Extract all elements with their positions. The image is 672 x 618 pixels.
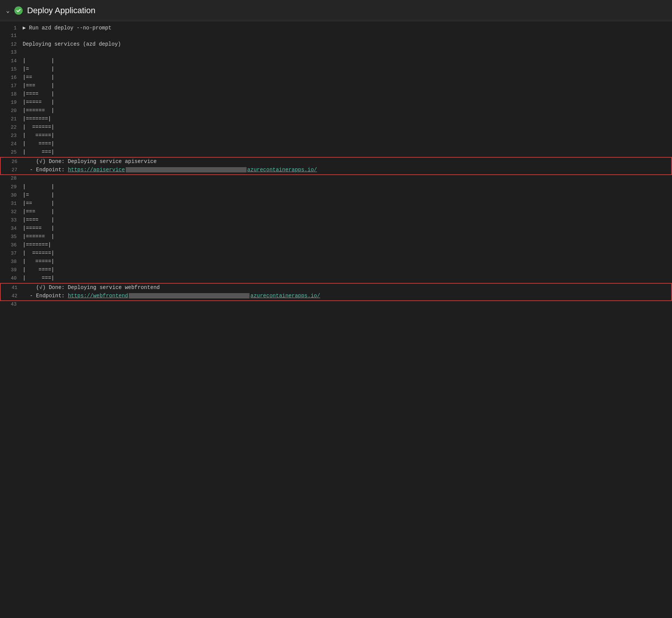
line-content-text: |=== | — [23, 83, 54, 89]
code-output: 1▶ Run azd deploy --no-prompt1112Deployi… — [0, 21, 672, 312]
header-bar: ⌄ Deploy Application — [0, 0, 672, 21]
code-line: 19|===== | — [0, 99, 672, 107]
endpoint-prefix: - Endpoint: — [23, 167, 68, 173]
line-content-text: |== | — [23, 200, 54, 206]
line-content-text: |=== | — [23, 209, 54, 215]
line-number: 38 — [0, 259, 23, 264]
line-number: 16 — [0, 75, 23, 80]
code-line: 13 — [0, 49, 672, 57]
line-content-text: |====== | — [23, 234, 54, 240]
code-line: 41 (√) Done: Deploying service webfronte… — [1, 284, 671, 292]
code-line: 20|====== | — [0, 107, 672, 115]
endpoint-redacted — [126, 167, 247, 172]
line-content-text: Deploying services (azd deploy) — [23, 41, 121, 47]
highlighted-group-1: 41 (√) Done: Deploying service webfronte… — [0, 283, 672, 301]
code-line: 14| | — [0, 57, 672, 66]
line-number: 22 — [0, 125, 23, 130]
endpoint-url-suffix[interactable]: azurecontainerapps.io/ — [250, 293, 320, 299]
line-number: 14 — [0, 58, 23, 64]
code-line: 25| ===| — [0, 149, 672, 157]
code-line: 22| ======| — [0, 124, 672, 132]
code-line: 23| =====| — [0, 132, 672, 140]
line-content-text: | ===| — [23, 149, 54, 155]
line-content-text: |=======| — [23, 242, 51, 248]
line-content-text: | =====| — [23, 132, 54, 138]
endpoint-url-suffix[interactable]: azurecontainerapps.io/ — [247, 167, 317, 173]
line-number: 25 — [0, 149, 23, 155]
chevron-down-icon[interactable]: ⌄ — [6, 7, 10, 14]
endpoint-prefix: - Endpoint: — [23, 293, 68, 299]
line-number: 1 — [0, 25, 23, 31]
line-number: 33 — [0, 217, 23, 223]
line-content-text: | ===| — [23, 275, 54, 281]
line-number: 29 — [0, 184, 23, 190]
line-number: 20 — [0, 108, 23, 114]
endpoint-url-start[interactable]: https://webfrontend — [68, 293, 128, 299]
line-content-text: |== | — [23, 74, 54, 80]
endpoint-line: - Endpoint: https://webfrontendazurecont… — [23, 293, 320, 299]
line-content-text: | ====| — [23, 141, 54, 147]
code-line: 35|====== | — [0, 233, 672, 241]
endpoint-redacted — [129, 293, 250, 298]
code-line: 36|=======| — [0, 241, 672, 250]
line-number: 43 — [0, 301, 23, 307]
line-content-text: |===== | — [23, 225, 54, 231]
code-line: 21|=======| — [0, 115, 672, 124]
endpoint-url-start[interactable]: https://apiservice — [68, 167, 125, 173]
app-container: ⌄ Deploy Application 1▶ Run azd deploy -… — [0, 0, 672, 312]
line-content-text: |===== | — [23, 99, 54, 105]
line-number: 13 — [0, 49, 23, 55]
line-number: 17 — [0, 83, 23, 89]
line-content-text: |====== | — [23, 108, 54, 114]
code-line: 40| ===| — [0, 275, 672, 283]
code-line: 18|==== | — [0, 91, 672, 99]
line-number: 26 — [1, 159, 23, 164]
code-line: 15|= | — [0, 66, 672, 74]
line-number: 35 — [0, 234, 23, 240]
line-number: 31 — [0, 201, 23, 206]
code-line: 1▶ Run azd deploy --no-prompt — [0, 24, 672, 32]
code-line: 43 — [0, 301, 672, 309]
line-number: 36 — [0, 242, 23, 248]
line-content-text: | | — [23, 58, 54, 64]
highlighted-group-0: 26 (√) Done: Deploying service apiservic… — [0, 157, 672, 175]
code-line: 27 - Endpoint: https://apiserviceazureco… — [1, 166, 671, 174]
line-number: 24 — [0, 141, 23, 147]
line-number: 34 — [0, 226, 23, 231]
code-line: 24| ====| — [0, 140, 672, 149]
code-line: 34|===== | — [0, 225, 672, 233]
line-content-text: ▶ Run azd deploy --no-prompt — [23, 25, 111, 31]
line-number: 15 — [0, 66, 23, 72]
code-line: 28 — [0, 175, 672, 183]
code-line: 30|= | — [0, 192, 672, 200]
code-line: 11 — [0, 32, 672, 41]
code-line: 37| ======| — [0, 250, 672, 258]
line-number: 28 — [0, 175, 23, 181]
line-number: 39 — [0, 267, 23, 273]
line-content-text: | ====| — [23, 267, 54, 273]
line-content-text: | ======| — [23, 124, 54, 130]
line-number: 41 — [1, 285, 23, 291]
line-number: 19 — [0, 100, 23, 105]
success-check-icon — [14, 6, 23, 15]
line-number: 42 — [1, 293, 23, 299]
code-line: 29| | — [0, 183, 672, 192]
line-content-text: |=======| — [23, 116, 51, 122]
line-number: 32 — [0, 209, 23, 215]
line-content-text: |==== | — [23, 91, 54, 97]
line-content-text: |==== | — [23, 217, 54, 223]
line-content-text: |= | — [23, 192, 54, 198]
line-number: 11 — [0, 33, 23, 38]
line-content-text: | | — [23, 184, 54, 190]
line-number: 37 — [0, 251, 23, 256]
line-number: 30 — [0, 192, 23, 198]
line-number: 23 — [0, 133, 23, 138]
code-line: 16|== | — [0, 74, 672, 82]
code-line: 17|=== | — [0, 82, 672, 91]
endpoint-line: - Endpoint: https://apiserviceazureconta… — [23, 167, 317, 173]
line-number: 27 — [1, 167, 23, 173]
code-line: 42 - Endpoint: https://webfrontendazurec… — [1, 292, 671, 300]
line-number: 21 — [0, 116, 23, 122]
line-content-text: (√) Done: Deploying service webfrontend — [23, 284, 160, 291]
page-title: Deploy Application — [27, 6, 96, 15]
